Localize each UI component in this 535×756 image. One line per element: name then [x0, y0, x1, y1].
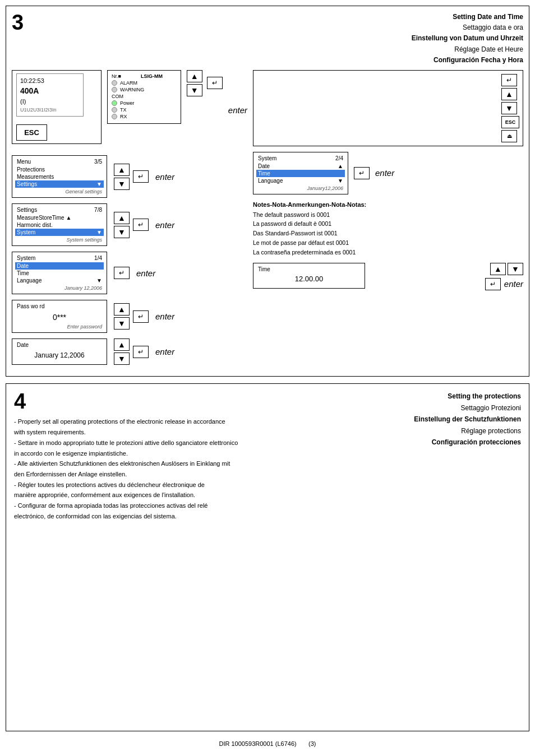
led-rx: [112, 114, 117, 119]
time-enter[interactable]: ↵: [485, 278, 501, 290]
lcd-tx-row: TX: [112, 107, 177, 113]
left-column: 10:22:53 400A (I) U1U2U3I1I2I3In ESC: [12, 70, 247, 371]
section4-line8: manière appropriée, conformément aux exi…: [14, 490, 355, 500]
password-enter[interactable]: ↵: [133, 310, 149, 323]
section4-title5: Configuración protecciones: [364, 437, 521, 448]
step3b-enter-only[interactable]: ↵: [354, 167, 370, 179]
notes-line2: La password di default è 0001: [253, 219, 523, 229]
right-eject[interactable]: ⏏: [501, 130, 517, 142]
step2-up[interactable]: ▲: [114, 212, 130, 224]
step2-measurestore: MeasureStoreTime ▲: [17, 214, 102, 221]
step3b-date: Date ▲: [258, 163, 343, 170]
footer-doc: DIR 1000593R0001 (L6746): [219, 740, 296, 747]
page: 3 Setting Date and Time Settaggio data e…: [0, 0, 535, 756]
step1-up[interactable]: ▲: [114, 164, 130, 176]
lcd-com-row: COM: [112, 94, 177, 99]
lcd-warning-row: WARNING: [112, 87, 177, 92]
password-down[interactable]: ▼: [114, 317, 130, 330]
time-title: Time: [258, 266, 360, 272]
section4-title1: Setting the protections: [364, 391, 521, 402]
step3-page: 1/4: [94, 255, 102, 261]
section4: 4 - Properly set all operating protectio…: [6, 383, 529, 731]
step1-measurements: Measurements: [17, 173, 102, 180]
right-enter-top[interactable]: ↵: [501, 74, 517, 86]
section3-number: 3: [12, 12, 24, 33]
date-box: Date January 12,2006: [12, 338, 107, 365]
section3-title-line4: Réglage Date et Heure: [412, 44, 523, 55]
led-alarm: [112, 80, 117, 86]
right-down[interactable]: ▼: [501, 102, 517, 114]
date-enter[interactable]: ↵: [133, 346, 149, 358]
section4-title4: Réglage protections: [364, 425, 521, 437]
step3-menu: System 1/4 Date Time Language ▼ January …: [12, 252, 107, 294]
lcd-alarm-row: ALARM: [112, 80, 177, 86]
step1-enter[interactable]: ↵: [133, 170, 149, 183]
step3b-enter-label: enter: [375, 168, 394, 178]
notes-box: Notes-Nota-Anmerkungen-Nota-Notas: The d…: [253, 200, 523, 257]
nav-group-updown: ▲ ▼: [187, 70, 202, 96]
device-mode: (I): [20, 97, 80, 106]
step1-updown: ▲ ▼: [114, 164, 130, 190]
date-down[interactable]: ▼: [114, 353, 130, 365]
step3-row: System 1/4 Date Time Language ▼ January …: [12, 252, 247, 294]
esc-button[interactable]: ESC: [16, 124, 47, 141]
up-button[interactable]: ▲: [187, 70, 202, 82]
step1-footer: General settings: [17, 189, 102, 194]
step2-enter[interactable]: ↵: [133, 219, 149, 231]
step2-updown: ▲ ▼: [114, 212, 130, 238]
footer-page: (3): [308, 740, 316, 747]
step2-down[interactable]: ▼: [114, 226, 130, 238]
step1-title: Menu: [17, 159, 31, 165]
password-up[interactable]: ▲: [114, 303, 130, 316]
notes-title: Notes-Nota-Anmerkungen-Nota-Notas:: [253, 200, 523, 210]
section4-line10: electrónico, de conformidad con las exig…: [14, 511, 355, 522]
step3b-row: System 2/4 Date ▲ Time Language ▼ Januar…: [253, 152, 523, 194]
enter-button[interactable]: ↵: [207, 77, 223, 89]
section3-title-line1: Setting Date and Time: [412, 12, 523, 22]
right-nav-buttons: ↵ ▲ ▼ ESC ⏏: [501, 74, 519, 142]
enter-label-top: enter: [228, 105, 247, 115]
step3-date: Date: [15, 262, 104, 270]
section3-title-line3: Einstellung von Datum und Uhrzeit: [412, 33, 523, 44]
notes-line3: Das Standard-Passwort ist 0001: [253, 229, 523, 238]
led-warning: [112, 87, 117, 92]
notes-line5: La contraseña predeterminada es 0001: [253, 248, 523, 257]
device-current: 400A: [20, 85, 80, 97]
time-section-row: Time 12.00.00 ▲ ▼ ↵ enter: [253, 263, 523, 290]
step2-nav: ▲ ▼ ↵: [114, 212, 149, 238]
down-button[interactable]: ▼: [187, 84, 202, 96]
date-up[interactable]: ▲: [114, 338, 130, 351]
device-scale: U1U2U3I1I2I3In: [20, 106, 80, 114]
led-power: [112, 100, 117, 106]
step3b-menu: System 2/4 Date ▲ Time Language ▼ Januar…: [253, 152, 348, 194]
step3-title: System: [17, 255, 35, 261]
password-title: Pass wo rd: [17, 303, 102, 309]
step2-harmonic: Harmonic dist.: [17, 221, 102, 229]
section4-line6: den Erfordernissen der Anlage einstellen…: [14, 469, 355, 480]
step3b-title: System: [258, 155, 276, 161]
notes-line4: Le mot de passe par défaut est 0001: [253, 238, 523, 248]
right-up[interactable]: ▲: [501, 88, 517, 100]
step3-enter-only[interactable]: ↵: [114, 267, 130, 279]
step3b-time: Time: [256, 170, 345, 177]
password-enter-label: enter: [155, 312, 174, 321]
step2-title: Settings: [17, 207, 37, 213]
lcd-panel: Nr.■ LSIG-MM ALARM WARNING: [107, 70, 181, 124]
step3b-nav: ↵: [354, 167, 370, 179]
step3-footer: January 12,2006: [17, 285, 102, 291]
section4-left: 4 - Properly set all operating protectio…: [14, 391, 355, 521]
time-updown: ▲ ▼: [490, 263, 523, 275]
step1-protections: Protections: [17, 166, 102, 173]
time-up[interactable]: ▲: [490, 263, 506, 275]
step1-row: Menu 3/5 Protections Measurements Settin…: [12, 155, 247, 198]
date-row: Date January 12,2006 ▲ ▼ ↵ enter: [12, 338, 247, 365]
password-value: 0***: [17, 313, 102, 322]
step2-menu: Settings 7/8 MeasureStoreTime ▲ Harmonic…: [12, 203, 107, 246]
led-rx-label: RX: [120, 114, 127, 119]
right-esc[interactable]: ESC: [501, 116, 519, 128]
section4-title3: Einstellung der Schutzfunktionen: [364, 414, 521, 425]
step1-down[interactable]: ▼: [114, 178, 130, 190]
step1-page: 3/5: [94, 159, 102, 165]
section4-line1: - Properly set all operating protections…: [14, 416, 355, 427]
time-down[interactable]: ▼: [508, 263, 523, 275]
